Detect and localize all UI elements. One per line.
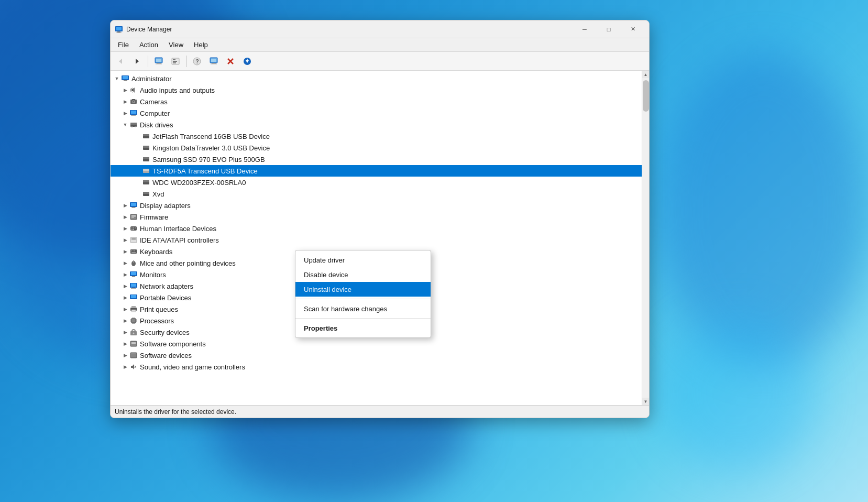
expander-portable[interactable]: ▶: [121, 293, 129, 302]
monitor-button[interactable]: [206, 54, 222, 69]
ctx-update-driver[interactable]: Update driver: [295, 253, 431, 267]
context-menu-sep-1: [295, 299, 431, 299]
tree-item-sound[interactable]: ▶ Sound, video and game controllers: [111, 361, 642, 373]
tree-item-cameras[interactable]: ▶ Cameras: [111, 96, 642, 107]
device-tree[interactable]: ▼ Administrator ▶ Audio inputs and outpu…: [111, 71, 642, 405]
expander-keyboards[interactable]: ▶: [121, 247, 129, 256]
forward-button[interactable]: [129, 54, 145, 69]
expander-ide[interactable]: ▶: [121, 236, 129, 244]
icon-sound: [129, 363, 138, 371]
tree-item-software-components[interactable]: ▶ Software components: [111, 338, 642, 350]
svg-rect-78: [131, 252, 136, 253]
icon-software-devices: [129, 351, 138, 359]
ctx-uninstall-device[interactable]: Uninstall device: [295, 282, 431, 297]
svg-rect-57: [131, 203, 136, 206]
tree-item-ide[interactable]: ▶ IDE ATA/ATAPI controllers: [111, 234, 642, 246]
remove-button[interactable]: [223, 54, 238, 69]
tree-item-audio[interactable]: ▶ Audio inputs and outputs: [111, 84, 642, 96]
svg-rect-83: [131, 272, 136, 275]
ctx-scan-hardware[interactable]: Scan for hardware changes: [295, 301, 431, 316]
expander-print[interactable]: ▶: [121, 305, 129, 313]
status-text: Uninstalls the driver for the selected d…: [115, 408, 236, 416]
scroll-down-button[interactable]: ▼: [642, 398, 650, 405]
tree-item-samsung[interactable]: ▶ Samsung SSD 970 EVO Plus 500GB: [111, 154, 642, 165]
menu-help[interactable]: Help: [189, 40, 213, 50]
context-menu: Update driver Disable device Uninstall d…: [295, 250, 431, 338]
svg-rect-74: [131, 250, 132, 252]
back-button[interactable]: [113, 54, 128, 69]
expander-security[interactable]: ▶: [121, 328, 129, 336]
icon-portable: [129, 293, 138, 302]
expander-audio[interactable]: ▶: [121, 86, 129, 94]
icon-computer: [129, 109, 138, 117]
close-button[interactable]: ✕: [621, 20, 645, 38]
menu-action[interactable]: Action: [134, 40, 163, 50]
scroll-thumb[interactable]: [643, 80, 649, 112]
svg-rect-114: [130, 353, 137, 358]
expander-software-components[interactable]: ▶: [121, 340, 129, 348]
tree-item-firmware[interactable]: ▶ Firmware: [111, 211, 642, 223]
tree-item-xvd[interactable]: ▶ Xvd: [111, 188, 642, 200]
label-jetflash: JetFlash Transcend 16GB USB Device: [152, 133, 270, 140]
tree-item-disk-drives[interactable]: ▼ Disk drives: [111, 119, 642, 130]
toolbar-sep-1: [148, 56, 148, 67]
svg-rect-39: [131, 115, 136, 116]
label-network: Network adapters: [140, 282, 193, 290]
icon-keyboards: [129, 247, 138, 256]
scrollbar[interactable]: ▲ ▼: [642, 71, 649, 405]
svg-rect-113: [131, 343, 136, 344]
view-type-button[interactable]: [151, 54, 167, 69]
expander-network[interactable]: ▶: [121, 282, 129, 290]
maximize-button[interactable]: □: [597, 20, 621, 38]
svg-rect-85: [131, 277, 136, 277]
expander-administrator[interactable]: ▼: [113, 74, 121, 83]
svg-rect-76: [134, 250, 135, 252]
toolbar: ?: [111, 52, 649, 71]
expander-mice[interactable]: ▶: [121, 259, 129, 267]
svg-rect-65: [131, 227, 133, 228]
menu-file[interactable]: File: [113, 40, 134, 50]
expander-firmware[interactable]: ▶: [121, 213, 129, 221]
expander-cameras[interactable]: ▶: [121, 97, 129, 106]
tree-item-computer[interactable]: ▶ Computer: [111, 107, 642, 119]
tree-item-software-devices[interactable]: ▶ Software devices: [111, 350, 642, 361]
expander-disk-drives[interactable]: ▼: [121, 121, 129, 129]
ctx-properties[interactable]: Properties: [295, 321, 431, 335]
expander-computer[interactable]: ▶: [121, 109, 129, 117]
help-button[interactable]: ?: [189, 54, 205, 69]
svg-point-41: [131, 126, 133, 127]
svg-rect-30: [131, 89, 133, 91]
tree-item-ts-rdf5a[interactable]: ▶ TS-RDF5A Transcend USB Device: [111, 165, 642, 177]
svg-rect-67: [135, 227, 136, 228]
label-ts-rdf5a: TS-RDF5A Transcend USB Device: [152, 167, 258, 175]
tree-item-display[interactable]: ▶ Display adapters: [111, 200, 642, 211]
svg-rect-93: [131, 306, 136, 308]
svg-rect-43: [130, 123, 137, 125]
tree-item-wdc[interactable]: ▶ WDC WD2003FZEX-00SRLA0: [111, 177, 642, 188]
tree-item-kingston[interactable]: ▶ Kingston DataTraveler 3.0 USB Device: [111, 142, 642, 154]
tree-item-hid[interactable]: ▶ Human Interface Devices: [111, 223, 642, 234]
menu-view[interactable]: View: [163, 40, 189, 50]
tree-item-administrator[interactable]: ▼ Administrator: [111, 73, 642, 84]
expander-monitors[interactable]: ▶: [121, 270, 129, 279]
download-button[interactable]: [239, 54, 255, 69]
svg-rect-51: [143, 169, 149, 171]
label-disk-drives: Disk drives: [140, 121, 173, 129]
window-controls: ─ □ ✕: [573, 20, 645, 38]
tree-item-jetflash[interactable]: ▶ JetFlash Transcend 16GB USB Device: [111, 130, 642, 142]
expander-sound[interactable]: ▶: [121, 363, 129, 371]
svg-rect-49: [143, 157, 149, 159]
view-connection-button[interactable]: [168, 54, 183, 69]
label-firmware: Firmware: [140, 213, 168, 221]
ctx-disable-device[interactable]: Disable device: [295, 267, 431, 282]
svg-rect-94: [131, 310, 136, 312]
icon-wdc: [142, 178, 150, 187]
expander-hid[interactable]: ▶: [121, 224, 129, 233]
expander-software-devices[interactable]: ▶: [121, 351, 129, 359]
expander-processors[interactable]: ▶: [121, 317, 129, 325]
label-software-components: Software components: [140, 340, 206, 348]
scroll-up-button[interactable]: ▲: [642, 71, 650, 78]
minimize-button[interactable]: ─: [573, 20, 597, 38]
expander-display[interactable]: ▶: [121, 201, 129, 210]
svg-rect-95: [131, 319, 136, 323]
